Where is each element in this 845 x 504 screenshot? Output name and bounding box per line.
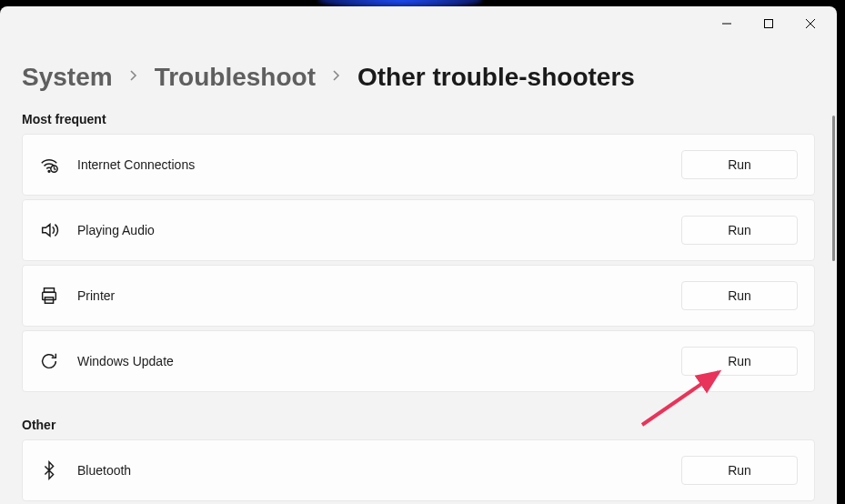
update-icon <box>39 351 59 371</box>
troubleshooter-label: Internet Connections <box>77 157 663 172</box>
svg-rect-1 <box>765 20 773 28</box>
troubleshooter-internet-connections: Internet Connections Run <box>22 134 815 196</box>
breadcrumb: System Troubleshoot Other trouble-shoote… <box>22 63 815 92</box>
section-title-other: Other <box>22 418 815 432</box>
svg-line-7 <box>55 169 56 170</box>
close-button[interactable] <box>790 9 831 38</box>
run-button-internet[interactable]: Run <box>681 150 798 179</box>
bluetooth-icon <box>39 460 59 480</box>
run-button-bluetooth[interactable]: Run <box>681 456 798 485</box>
maximize-button[interactable] <box>748 9 790 38</box>
run-button-windows-update[interactable]: Run <box>681 347 798 376</box>
troubleshooter-windows-update: Windows Update Run <box>22 330 815 392</box>
troubleshooter-label: Printer <box>77 288 663 303</box>
minimize-button[interactable] <box>706 9 748 38</box>
wifi-icon <box>39 155 59 175</box>
content-area: System Troubleshoot Other trouble-shoote… <box>0 63 837 501</box>
run-button-printer[interactable]: Run <box>681 281 798 310</box>
breadcrumb-current: Other trouble-shooters <box>357 63 635 92</box>
troubleshooter-label: Windows Update <box>77 354 663 368</box>
troubleshooter-bluetooth: Bluetooth Run <box>22 439 815 501</box>
troubleshooter-printer: Printer Run <box>22 265 815 327</box>
troubleshooter-label: Bluetooth <box>77 463 663 478</box>
printer-icon <box>39 286 59 306</box>
section-title-most-frequent: Most frequent <box>22 112 815 126</box>
breadcrumb-system[interactable]: System <box>22 63 113 92</box>
run-button-audio[interactable]: Run <box>681 216 798 245</box>
troubleshooter-label: Playing Audio <box>77 223 663 237</box>
settings-window: System Troubleshoot Other trouble-shoote… <box>0 6 837 504</box>
svg-point-4 <box>48 170 50 172</box>
window-titlebar <box>0 6 837 41</box>
audio-icon <box>39 220 59 240</box>
breadcrumb-troubleshoot[interactable]: Troubleshoot <box>155 63 316 92</box>
other-list: Bluetooth Run <box>22 439 815 501</box>
most-frequent-list: Internet Connections Run Playing Audio R… <box>22 134 815 392</box>
chevron-right-icon <box>332 69 341 86</box>
vertical-scrollbar[interactable] <box>832 116 835 261</box>
troubleshooter-playing-audio: Playing Audio Run <box>22 199 815 261</box>
chevron-right-icon <box>129 69 138 86</box>
